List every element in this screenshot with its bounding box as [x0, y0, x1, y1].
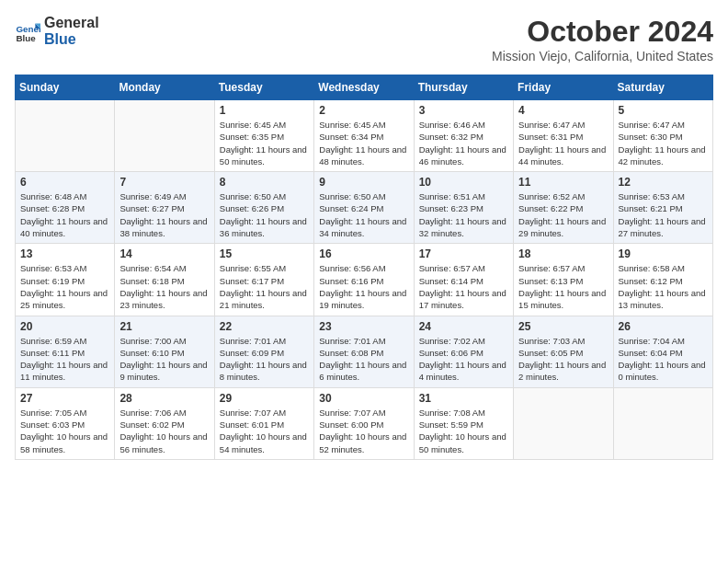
day-number: 9: [319, 176, 408, 189]
calendar-cell: 12Sunrise: 6:53 AM Sunset: 6:21 PM Dayli…: [613, 172, 712, 244]
day-content: Sunrise: 7:05 AM Sunset: 6:03 PM Dayligh…: [20, 407, 109, 455]
calendar-week-3: 13Sunrise: 6:53 AM Sunset: 6:19 PM Dayli…: [16, 244, 713, 316]
calendar-cell: 2Sunrise: 6:45 AM Sunset: 6:34 PM Daylig…: [314, 100, 414, 172]
calendar-cell: [16, 100, 115, 172]
day-number: 30: [319, 392, 408, 405]
day-content: Sunrise: 7:00 AM Sunset: 6:10 PM Dayligh…: [119, 335, 209, 384]
day-content: Sunrise: 6:54 AM Sunset: 6:18 PM Dayligh…: [119, 262, 209, 311]
day-content: Sunrise: 6:49 AM Sunset: 6:27 PM Dayligh…: [119, 190, 209, 239]
page-header: General Blue General Blue October 2024 M…: [15, 15, 713, 63]
day-number: 15: [220, 247, 309, 260]
day-number: 8: [220, 176, 309, 189]
calendar-cell: [514, 387, 613, 459]
day-content: Sunrise: 7:01 AM Sunset: 6:09 PM Dayligh…: [220, 335, 309, 384]
calendar-cell: 27Sunrise: 7:05 AM Sunset: 6:03 PM Dayli…: [16, 387, 115, 459]
calendar-cell: 31Sunrise: 7:08 AM Sunset: 5:59 PM Dayli…: [414, 387, 513, 459]
calendar-table: SundayMondayTuesdayWednesdayThursdayFrid…: [15, 75, 713, 460]
day-content: Sunrise: 6:45 AM Sunset: 6:34 PM Dayligh…: [319, 119, 408, 167]
month-title: October 2024: [492, 15, 713, 49]
day-number: 12: [619, 176, 708, 189]
day-number: 14: [119, 247, 209, 260]
day-number: 6: [20, 176, 109, 189]
calendar-week-1: 1Sunrise: 6:45 AM Sunset: 6:35 PM Daylig…: [16, 100, 713, 172]
calendar-body: 1Sunrise: 6:45 AM Sunset: 6:35 PM Daylig…: [16, 100, 713, 460]
logo-general: General: [44, 15, 99, 31]
calendar-cell: 24Sunrise: 7:02 AM Sunset: 6:06 PM Dayli…: [414, 316, 513, 387]
day-number: 4: [518, 104, 608, 117]
day-content: Sunrise: 6:59 AM Sunset: 6:11 PM Dayligh…: [20, 335, 109, 384]
day-content: Sunrise: 6:47 AM Sunset: 6:31 PM Dayligh…: [518, 119, 608, 167]
calendar-week-4: 20Sunrise: 6:59 AM Sunset: 6:11 PM Dayli…: [16, 316, 713, 387]
day-number: 5: [619, 104, 708, 117]
day-number: 19: [619, 247, 708, 260]
svg-text:Blue: Blue: [16, 33, 36, 43]
day-content: Sunrise: 6:57 AM Sunset: 6:13 PM Dayligh…: [518, 262, 608, 311]
day-number: 24: [419, 320, 508, 333]
day-number: 18: [518, 247, 608, 260]
day-content: Sunrise: 7:02 AM Sunset: 6:06 PM Dayligh…: [419, 335, 508, 384]
calendar-cell: 9Sunrise: 6:50 AM Sunset: 6:24 PM Daylig…: [314, 172, 414, 244]
logo-icon: General Blue: [15, 18, 40, 44]
calendar-cell: 13Sunrise: 6:53 AM Sunset: 6:19 PM Dayli…: [16, 244, 115, 316]
calendar-cell: 14Sunrise: 6:54 AM Sunset: 6:18 PM Dayli…: [115, 244, 214, 316]
day-content: Sunrise: 6:48 AM Sunset: 6:28 PM Dayligh…: [20, 190, 109, 239]
calendar-cell: 4Sunrise: 6:47 AM Sunset: 6:31 PM Daylig…: [514, 100, 613, 172]
calendar-cell: 1Sunrise: 6:45 AM Sunset: 6:35 PM Daylig…: [214, 100, 313, 172]
day-number: 27: [20, 392, 109, 405]
calendar-cell: 16Sunrise: 6:56 AM Sunset: 6:16 PM Dayli…: [314, 244, 414, 316]
day-number: 22: [220, 320, 309, 333]
day-number: 25: [518, 320, 608, 333]
day-content: Sunrise: 6:46 AM Sunset: 6:32 PM Dayligh…: [419, 119, 508, 167]
calendar-cell: 28Sunrise: 7:06 AM Sunset: 6:02 PM Dayli…: [115, 387, 214, 459]
calendar-cell: 17Sunrise: 6:57 AM Sunset: 6:14 PM Dayli…: [414, 244, 513, 316]
calendar-cell: 25Sunrise: 7:03 AM Sunset: 6:05 PM Dayli…: [514, 316, 613, 387]
title-area: October 2024 Mission Viejo, California, …: [492, 15, 713, 63]
day-content: Sunrise: 7:03 AM Sunset: 6:05 PM Dayligh…: [518, 335, 608, 384]
day-number: 3: [419, 104, 508, 117]
calendar-cell: [115, 100, 214, 172]
calendar-cell: 10Sunrise: 6:51 AM Sunset: 6:23 PM Dayli…: [414, 172, 513, 244]
day-number: 1: [220, 104, 309, 117]
day-header-tuesday: Tuesday: [214, 75, 313, 100]
day-content: Sunrise: 7:07 AM Sunset: 6:00 PM Dayligh…: [319, 407, 408, 455]
day-header-saturday: Saturday: [613, 75, 712, 100]
calendar-cell: 20Sunrise: 6:59 AM Sunset: 6:11 PM Dayli…: [16, 316, 115, 387]
day-header-thursday: Thursday: [414, 75, 513, 100]
logo: General Blue General Blue: [15, 15, 99, 47]
day-number: 31: [419, 392, 508, 405]
calendar-cell: [613, 387, 712, 459]
day-number: 21: [119, 320, 209, 333]
calendar-cell: 15Sunrise: 6:55 AM Sunset: 6:17 PM Dayli…: [214, 244, 313, 316]
calendar-cell: 26Sunrise: 7:04 AM Sunset: 6:04 PM Dayli…: [613, 316, 712, 387]
day-content: Sunrise: 6:57 AM Sunset: 6:14 PM Dayligh…: [419, 262, 508, 311]
day-content: Sunrise: 7:08 AM Sunset: 5:59 PM Dayligh…: [419, 407, 508, 455]
day-content: Sunrise: 6:47 AM Sunset: 6:30 PM Dayligh…: [619, 119, 708, 167]
day-content: Sunrise: 6:50 AM Sunset: 6:24 PM Dayligh…: [319, 190, 408, 239]
day-header-monday: Monday: [115, 75, 214, 100]
day-content: Sunrise: 7:04 AM Sunset: 6:04 PM Dayligh…: [619, 335, 708, 384]
day-header-sunday: Sunday: [16, 75, 115, 100]
day-number: 29: [220, 392, 309, 405]
calendar-cell: 30Sunrise: 7:07 AM Sunset: 6:00 PM Dayli…: [314, 387, 414, 459]
day-number: 23: [319, 320, 408, 333]
day-content: Sunrise: 7:07 AM Sunset: 6:01 PM Dayligh…: [220, 407, 309, 455]
day-content: Sunrise: 6:53 AM Sunset: 6:19 PM Dayligh…: [20, 262, 109, 311]
day-number: 20: [20, 320, 109, 333]
calendar-cell: 21Sunrise: 7:00 AM Sunset: 6:10 PM Dayli…: [115, 316, 214, 387]
calendar-cell: 29Sunrise: 7:07 AM Sunset: 6:01 PM Dayli…: [214, 387, 313, 459]
calendar-cell: 19Sunrise: 6:58 AM Sunset: 6:12 PM Dayli…: [613, 244, 712, 316]
day-content: Sunrise: 7:01 AM Sunset: 6:08 PM Dayligh…: [319, 335, 408, 384]
day-content: Sunrise: 6:56 AM Sunset: 6:16 PM Dayligh…: [319, 262, 408, 311]
calendar-header-row: SundayMondayTuesdayWednesdayThursdayFrid…: [16, 75, 713, 100]
day-header-wednesday: Wednesday: [314, 75, 414, 100]
calendar-cell: 6Sunrise: 6:48 AM Sunset: 6:28 PM Daylig…: [16, 172, 115, 244]
day-content: Sunrise: 6:52 AM Sunset: 6:22 PM Dayligh…: [518, 190, 608, 239]
calendar-cell: 7Sunrise: 6:49 AM Sunset: 6:27 PM Daylig…: [115, 172, 214, 244]
calendar-cell: 8Sunrise: 6:50 AM Sunset: 6:26 PM Daylig…: [214, 172, 313, 244]
day-number: 11: [518, 176, 608, 189]
day-number: 13: [20, 247, 109, 260]
day-content: Sunrise: 7:06 AM Sunset: 6:02 PM Dayligh…: [119, 407, 209, 455]
calendar-cell: 23Sunrise: 7:01 AM Sunset: 6:08 PM Dayli…: [314, 316, 414, 387]
calendar-cell: 5Sunrise: 6:47 AM Sunset: 6:30 PM Daylig…: [613, 100, 712, 172]
calendar-cell: 22Sunrise: 7:01 AM Sunset: 6:09 PM Dayli…: [214, 316, 313, 387]
